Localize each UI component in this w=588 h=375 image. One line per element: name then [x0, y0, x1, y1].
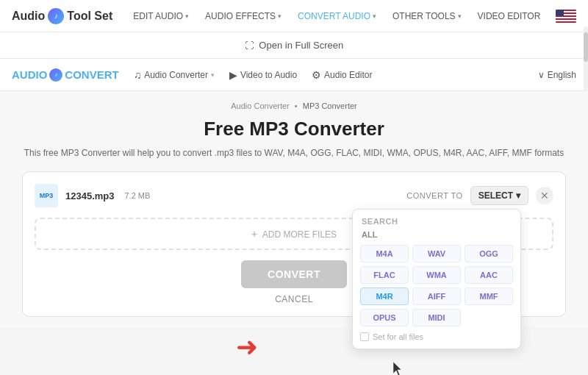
nav-edit-audio[interactable]: EDIT AUDIO ▾	[127, 8, 195, 24]
convert-to-label: CONVERT TO	[406, 191, 462, 200]
music-icon: ♫	[134, 69, 142, 81]
set-for-all-row: Set for all files	[360, 332, 513, 341]
fullscreen-text[interactable]: Open in Full Screen	[259, 40, 343, 51]
set-for-all-checkbox[interactable]	[360, 332, 369, 341]
format-ogg[interactable]: OGG	[465, 245, 513, 262]
scrollbar-thumb[interactable]	[584, 32, 588, 62]
converter-box: MP3 12345.mp3 7.2 MB CONVERT TO SELECT ▾…	[22, 171, 566, 317]
breadcrumb-separator: •	[295, 101, 298, 110]
format-flac[interactable]: FLAC	[360, 266, 409, 284]
format-wma[interactable]: WMA	[412, 266, 461, 284]
cursor-pointer	[393, 362, 402, 375]
nav-audio-editor[interactable]: ⚙ Audio Editor	[312, 69, 372, 81]
file-size: 7.2 MB	[125, 191, 151, 200]
top-navigation: Audio ♪ Tool Set EDIT AUDIO ▾ AUDIO EFFE…	[0, 0, 588, 32]
main-content: Audio Converter • MP3 Converter Free MP3…	[0, 91, 588, 327]
cancel-button[interactable]: CANCEL	[275, 294, 313, 304]
nav-items: EDIT AUDIO ▾ AUDIO EFFECTS ▾ CONVERT AUD…	[127, 8, 576, 24]
breadcrumb-current: MP3 Converter	[303, 101, 357, 110]
nav-audio-effects[interactable]: AUDIO EFFECTS ▾	[199, 8, 287, 24]
page-description: This free MP3 Converter will help you to…	[22, 146, 566, 160]
inner-logo-suffix: CONVERT	[65, 68, 118, 81]
chevron-down-icon: ▾	[211, 71, 215, 79]
file-row: MP3 12345.mp3 7.2 MB CONVERT TO SELECT ▾…	[35, 184, 553, 207]
set-for-all-label: Set for all files	[373, 332, 423, 341]
file-name: 12345.mp3	[65, 190, 115, 201]
inner-navigation: AUDIO ♪ CONVERT ♫ Audio Converter ▾ ▶ Vi…	[0, 59, 588, 91]
expand-icon: ⛶	[245, 40, 254, 51]
audio-editor-label: Audio Editor	[324, 70, 372, 80]
logo-text-after: Tool Set	[67, 10, 112, 23]
format-midi[interactable]: MIDI	[412, 309, 461, 326]
format-mmf[interactable]: MMF	[465, 288, 513, 305]
nav-audio-converter[interactable]: ♫ Audio Converter ▾	[134, 69, 215, 81]
format-m4a[interactable]: M4A	[360, 245, 409, 262]
video-icon: ▶	[229, 69, 237, 81]
video-to-audio-label: Video to Audio	[240, 70, 297, 80]
audio-converter-label: Audio Converter	[144, 70, 208, 80]
format-aiff[interactable]: AIFF	[412, 288, 461, 305]
chevron-down-icon: ▾	[278, 12, 282, 20]
format-m4r[interactable]: M4R	[360, 288, 409, 305]
inner-logo[interactable]: AUDIO ♪ CONVERT	[12, 68, 119, 82]
format-opus[interactable]: OPUS	[360, 309, 409, 326]
select-format-button[interactable]: SELECT ▾	[470, 186, 528, 205]
inner-logo-icon: ♪	[49, 68, 62, 82]
format-grid: M4A WAV OGG FLAC WMA AAC M4R AIFF MMF OP…	[360, 245, 513, 326]
remove-file-button[interactable]: ✕	[536, 187, 553, 204]
nav-other-tools[interactable]: OTHER TOOLS ▾	[387, 8, 467, 24]
convert-button[interactable]: CONVERT	[241, 260, 347, 288]
nav-convert-audio[interactable]: CONVERT AUDIO ▾	[292, 8, 382, 24]
inner-logo-text: AUDIO	[12, 68, 47, 81]
flag-icon[interactable]	[556, 10, 576, 23]
fullscreen-bar[interactable]: ⛶ Open in Full Screen	[0, 32, 588, 59]
page-title: Free MP3 Converter	[22, 118, 566, 140]
format-dropdown-popup: SEARCH ALL M4A WAV OGG FLAC WMA AAC M4R …	[352, 209, 521, 349]
format-aac[interactable]: AAC	[465, 266, 513, 284]
plus-icon: +	[251, 228, 257, 240]
nav-video-editor[interactable]: VIDEO EDITOR	[472, 8, 547, 24]
logo-text-before: Audio	[12, 10, 45, 23]
dropdown-all-label[interactable]: ALL	[360, 230, 513, 239]
equalizer-icon: ⚙	[312, 69, 321, 81]
logo[interactable]: Audio ♪ Tool Set	[12, 8, 112, 24]
language-selector[interactable]: ∨ English	[538, 70, 576, 80]
file-type-icon: MP3	[35, 184, 58, 207]
chevron-down-icon: ▾	[373, 12, 376, 20]
nav-video-to-audio[interactable]: ▶ Video to Audio	[229, 69, 297, 81]
chevron-down-icon: ▾	[185, 12, 189, 20]
format-wav[interactable]: WAV	[412, 245, 461, 262]
select-label: SELECT	[478, 190, 513, 201]
breadcrumb-parent[interactable]: Audio Converter	[231, 101, 290, 110]
logo-icon: ♪	[48, 8, 64, 24]
add-more-label: ADD MORE FILES	[262, 229, 337, 240]
red-arrow-indicator: ➜	[236, 334, 258, 360]
dropdown-search-label: SEARCH	[360, 217, 513, 226]
chevron-down-icon: ▾	[458, 12, 462, 20]
breadcrumb: Audio Converter • MP3 Converter	[22, 101, 566, 110]
chevron-down-icon: ▾	[516, 190, 520, 201]
